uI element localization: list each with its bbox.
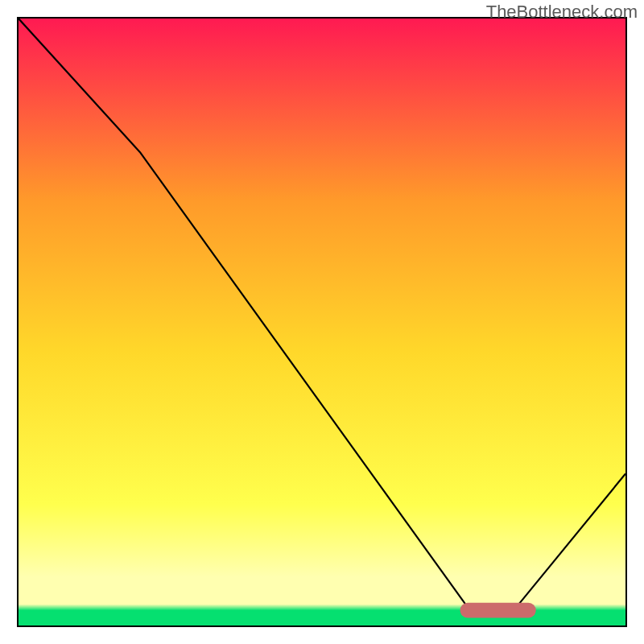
chart-background: [19, 19, 625, 625]
chart-plot-area: [19, 19, 625, 625]
watermark-text: TheBottleneck.com: [486, 2, 638, 23]
chart-frame: [17, 17, 627, 627]
chart-svg: [19, 19, 625, 625]
